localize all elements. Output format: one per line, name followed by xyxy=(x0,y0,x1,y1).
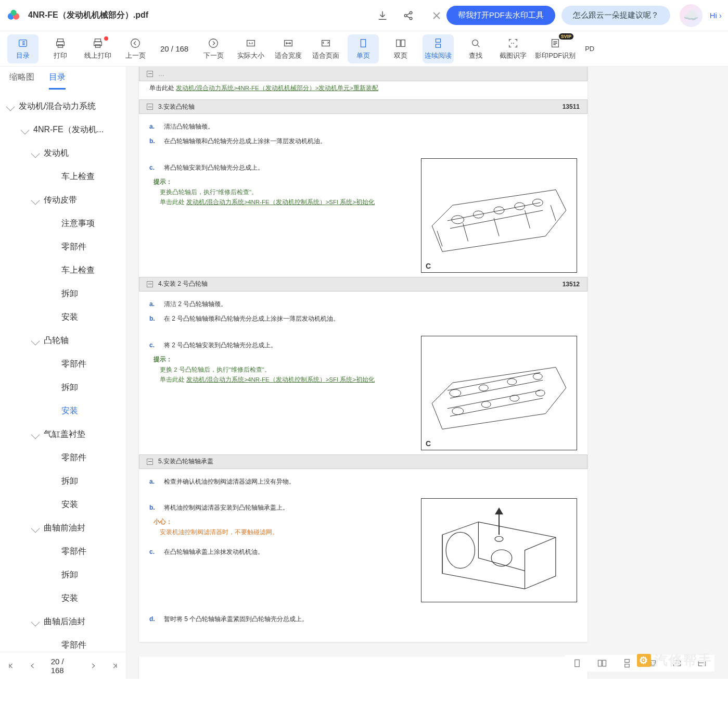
svg-rect-22 xyxy=(436,44,441,47)
toc-node[interactable]: 发动机 xyxy=(0,142,126,165)
svg-point-34 xyxy=(452,407,464,414)
share-icon[interactable] xyxy=(403,10,414,21)
figure-bearing-cap xyxy=(421,498,577,602)
toc-node[interactable]: 零部件 xyxy=(0,352,126,376)
svg-rect-45 xyxy=(625,664,629,667)
toc-node[interactable]: 安装 xyxy=(0,493,126,516)
toc-node[interactable]: 车上检查 xyxy=(0,165,126,188)
toc-node[interactable]: 拆卸 xyxy=(0,376,126,399)
view-single-icon[interactable] xyxy=(572,658,582,668)
page-indicator: 20 / 168 xyxy=(160,44,188,53)
toc-node[interactable]: 零部件 xyxy=(0,446,126,470)
watermark: ⚙汽修帮手 xyxy=(637,651,712,669)
figure-camshaft-2: C xyxy=(421,336,577,450)
toc-node[interactable]: 安装 xyxy=(0,587,126,610)
svg-rect-20 xyxy=(401,40,405,46)
toc-node[interactable]: 凸轮轴 xyxy=(0,329,126,352)
toc-node[interactable]: 传动皮带 xyxy=(0,188,126,212)
toc-node[interactable]: 拆卸 xyxy=(0,282,126,306)
svg-rect-44 xyxy=(625,660,629,663)
svg-point-29 xyxy=(532,199,543,206)
tab-toc[interactable]: 目录 xyxy=(49,72,66,90)
toc-node[interactable]: 4NR-FE（发动机... xyxy=(0,118,126,142)
help-pill-watermark[interactable]: 帮我打开PDF去水印工具 xyxy=(446,6,555,25)
print-button[interactable]: 打印 xyxy=(45,34,76,64)
toc-node[interactable]: 拆卸 xyxy=(0,470,126,493)
svg-point-36 xyxy=(510,395,519,401)
download-icon[interactable] xyxy=(377,10,388,21)
sidebar-page-num: 20 / 168 xyxy=(51,657,75,675)
svg-point-23 xyxy=(472,40,478,45)
pdf-ocr-button[interactable]: SVIP影印PDF识别 xyxy=(535,34,576,64)
pdf-page: … 单击此处 发动机/混合动力系统>4NR-FE（发动机机械部分）>发动机单元>… xyxy=(139,67,587,642)
screenshot-ocr-button[interactable]: 截图识字 xyxy=(497,34,529,64)
continuous-read-button[interactable]: 连续阅读 xyxy=(423,34,454,64)
toc-button[interactable]: 目录 xyxy=(7,34,39,64)
sidebar: 缩略图 目录 发动机/混合动力系统4NR-FE（发动机...发动机车上检查传动皮… xyxy=(0,67,126,679)
svg-rect-12 xyxy=(95,44,100,47)
toc-node[interactable]: 零部件 xyxy=(0,634,126,652)
double-page-button[interactable]: 双页 xyxy=(385,34,416,64)
section-header-4: 4.安装 2 号凸轮轴13512 xyxy=(139,277,587,292)
figure-camshaft-1: C xyxy=(421,158,577,273)
svg-point-13 xyxy=(131,39,140,47)
svg-rect-41 xyxy=(575,660,579,666)
first-page-icon[interactable] xyxy=(7,662,15,670)
cloud-print-button[interactable]: 线上打印 xyxy=(82,34,113,64)
svg-rect-7 xyxy=(58,39,63,42)
toc-node[interactable]: 零部件 xyxy=(0,235,126,259)
svg-point-31 xyxy=(479,385,488,391)
fit-width-button[interactable]: 适合宽度 xyxy=(273,34,304,64)
prev-page-icon[interactable] xyxy=(29,662,36,670)
toc-node[interactable]: 零部件 xyxy=(0,540,126,563)
svg-rect-9 xyxy=(58,44,62,47)
svg-rect-10 xyxy=(95,39,101,42)
main-toolbar: 目录 打印 线上打印 上一页 20 / 168 下一页 实际大小 适合宽度 适合… xyxy=(0,31,728,67)
help-pill-suggest[interactable]: 怎么跟云一朵提建议呢？ xyxy=(561,6,670,25)
fit-page-button[interactable]: 适合页面 xyxy=(310,34,341,64)
file-name: 4NR-FE（发动机机械部分）.pdf xyxy=(28,10,371,21)
last-page-icon[interactable] xyxy=(111,662,119,670)
actual-size-button[interactable]: 实际大小 xyxy=(235,34,266,64)
toc-node[interactable]: 发动机/混合动力系统 xyxy=(0,95,126,118)
svg-point-35 xyxy=(481,401,491,407)
hi-label[interactable]: Hi › xyxy=(710,11,722,20)
breadcrumb-link[interactable]: 发动机/混合动力系统>4NR-FE（发动机机械部分）>发动机单元>重新装配 xyxy=(176,85,378,91)
tab-thumbnails[interactable]: 缩略图 xyxy=(9,72,34,90)
section-header-3: 3.安装凸轮轴13511 xyxy=(139,99,587,114)
next-page-icon[interactable] xyxy=(90,662,97,670)
section-header-5: 5.安装凸轮轴轴承盖 xyxy=(139,454,587,469)
toc-node[interactable]: 曲轴后油封 xyxy=(0,610,126,634)
toc-node[interactable]: 车上检查 xyxy=(0,259,126,282)
top-bar: 4NR-FE（发动机机械部分）.pdf 帮我打开PDF去水印工具 怎么跟云一朵提… xyxy=(0,0,728,31)
svg-point-27 xyxy=(494,207,504,214)
search-button[interactable]: 查找 xyxy=(460,34,491,64)
svg-point-14 xyxy=(209,39,218,47)
document-viewport[interactable]: … 单击此处 发动机/混合动力系统>4NR-FE（发动机机械部分）>发动机单元>… xyxy=(126,67,728,679)
svg-rect-19 xyxy=(397,40,400,46)
pdf-more-button[interactable]: PD xyxy=(582,34,597,64)
svg-point-40 xyxy=(495,536,503,541)
toc-node[interactable]: 拆卸 xyxy=(0,563,126,587)
svg-point-37 xyxy=(535,390,545,396)
view-double-icon[interactable] xyxy=(597,658,607,668)
next-page-button[interactable]: 下一页 xyxy=(198,34,229,64)
toc-node[interactable]: 气缸盖衬垫 xyxy=(0,423,126,446)
svg-point-39 xyxy=(491,550,512,566)
toc-tree: 发动机/混合动力系统4NR-FE（发动机...发动机车上检查传动皮带注意事项零部… xyxy=(0,90,126,652)
svg-rect-21 xyxy=(436,39,441,42)
single-page-button[interactable]: 单页 xyxy=(348,34,379,64)
toc-node[interactable]: 注意事项 xyxy=(0,212,126,235)
view-cont-icon[interactable] xyxy=(622,658,632,668)
toc-node[interactable]: 安装 xyxy=(0,306,126,329)
svg-point-33 xyxy=(533,373,542,380)
svg-point-2 xyxy=(10,9,16,15)
toc-node[interactable]: 曲轴前油封 xyxy=(0,516,126,540)
close-icon[interactable] xyxy=(433,12,440,19)
avatar-icon[interactable]: ☁️ xyxy=(680,4,703,27)
svg-point-28 xyxy=(515,203,525,210)
app-logo-icon xyxy=(6,8,21,23)
toc-node[interactable]: 安装 xyxy=(0,399,126,423)
svg-point-32 xyxy=(507,378,517,385)
prev-page-button[interactable]: 上一页 xyxy=(120,34,151,64)
